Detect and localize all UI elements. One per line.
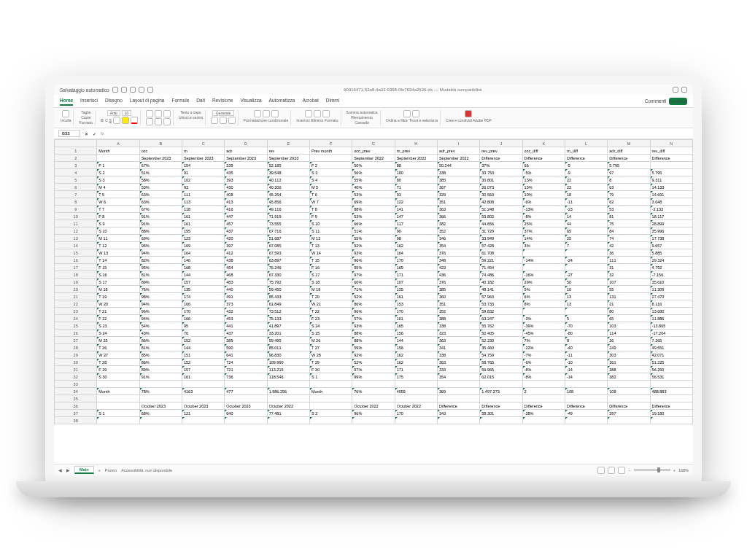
cell[interactable]: October 2022 [395,402,437,410]
cell[interactable]: -2.132 [650,206,692,213]
cell[interactable]: 97% [352,366,395,373]
cell[interactable]: 161 [395,293,437,300]
cell[interactable]: F 2 [309,162,352,169]
cell[interactable]: September 2023 [182,155,224,162]
cell[interactable]: 62.015 [480,373,522,381]
cell[interactable]: 57.963 [480,293,522,300]
cell[interactable]: Difference [565,155,607,162]
cell[interactable]: 80 [395,176,437,184]
cell[interactable]: 8 [608,176,650,184]
cell[interactable]: 113.215 [267,366,309,373]
cell[interactable]: S 18 [309,279,352,286]
cell[interactable]: 341 [437,344,479,351]
cell[interactable]: 76% [139,286,182,293]
cell[interactable]: 166 [182,315,224,322]
cell[interactable]: -8% [522,213,565,220]
cell[interactable]: 91% [139,373,182,381]
cell[interactable]: 88% [352,337,395,344]
col-header[interactable]: D [225,140,267,147]
cell[interactable]: -3% [522,315,565,322]
cell[interactable]: 51.248 [480,206,522,213]
cell[interactable]: 373 [225,300,267,308]
cell[interactable]: 144 [182,344,224,351]
cell[interactable]: 79 [608,191,650,198]
cell[interactable]: 454 [225,264,267,271]
cell[interactable]: September 2023 [139,155,182,162]
autosave-toggle[interactable] [112,87,118,93]
row-header[interactable]: 29 [55,351,97,359]
cell[interactable]: 95% [139,242,182,249]
cell[interactable]: 354 [437,242,479,249]
cell[interactable]: 75.133 [267,315,309,322]
cell[interactable]: 85.433 [267,293,309,300]
cell[interactable] [480,381,522,388]
cell[interactable]: 88% [139,228,182,235]
align-center[interactable] [155,118,162,125]
cell[interactable]: 21 [608,300,650,308]
cell[interactable]: 45.856 [267,198,309,206]
cell[interactable]: 170 [395,308,437,315]
cell[interactable]: 51.687 [267,235,309,242]
cell[interactable] [225,395,267,402]
row-header[interactable]: 22 [55,300,97,308]
cell[interactable]: 162 [395,351,437,359]
row-header[interactable]: 30 [55,359,97,366]
cell[interactable]: 63.897 [267,257,309,264]
row-header[interactable]: 34 [55,388,97,395]
cell[interactable]: F 8 [97,213,139,220]
row-header[interactable]: 19 [55,279,97,286]
tab-insert[interactable]: Inserisci [80,96,98,106]
cell[interactable] [608,381,650,388]
cell[interactable]: 363 [437,359,479,366]
cell[interactable]: 55 [608,286,650,293]
cell[interactable]: 14.691 [650,191,692,198]
cell[interactable]: 25 [565,235,607,242]
clear-button[interactable]: Cancella [355,120,368,125]
cell[interactable]: S 16 [97,271,139,279]
cell[interactable]: 30.563 [480,191,522,198]
cell[interactable]: 6% [522,293,565,300]
col-header[interactable]: N [650,140,692,147]
cell[interactable] [437,395,479,402]
cell[interactable]: September 2022 [352,155,395,162]
cell[interactable]: 44 [565,220,607,228]
cell[interactable]: 53% [352,191,395,198]
cell[interactable]: 35.610 [650,279,692,286]
cell[interactable]: 55% [352,176,395,184]
cell[interactable]: 14.133 [650,184,692,191]
cell[interactable]: S 4 [309,176,352,184]
cell[interactable]: 5.885 [650,249,692,257]
cell[interactable]: -13.865 [650,322,692,330]
cell[interactable]: -17.204 [650,330,692,337]
row-header[interactable]: 20 [55,286,97,293]
cell[interactable] [139,417,182,424]
cell[interactable]: 45.254 [267,191,309,198]
cell[interactable]: 249 [608,344,650,351]
comments-button[interactable]: Commenti [645,97,667,105]
cell[interactable]: T 15 [309,257,352,264]
cell[interactable]: 31.720 [480,228,522,235]
cell[interactable]: 175 [395,373,437,381]
cell[interactable]: 440 [225,286,267,293]
cell[interactable]: 169 [395,264,437,271]
cell[interactable]: 81% [139,271,182,279]
cell[interactable]: M 25 [97,337,139,344]
cell[interactable]: W 6 [97,198,139,206]
cell[interactable]: 42 [608,242,650,249]
cell[interactable] [352,395,395,402]
cell[interactable]: 96% [352,257,395,264]
row-header[interactable]: 2 [55,155,97,162]
cell[interactable]: 56.965 [480,366,522,373]
cell[interactable]: 26.073 [480,184,522,191]
cell[interactable]: T 26 [97,344,139,351]
cell[interactable]: M 19 [309,286,352,293]
row-header[interactable]: 33 [55,381,97,388]
cell[interactable]: 457 [225,220,267,228]
cell[interactable]: 63% [139,198,182,206]
cell[interactable]: 154 [182,162,224,169]
cell[interactable]: 8 [565,337,607,344]
cell[interactable]: 71.919 [267,213,309,220]
cell[interactable] [480,395,522,402]
cell[interactable]: 4163 [182,388,224,395]
cell[interactable]: 91 [182,169,224,176]
